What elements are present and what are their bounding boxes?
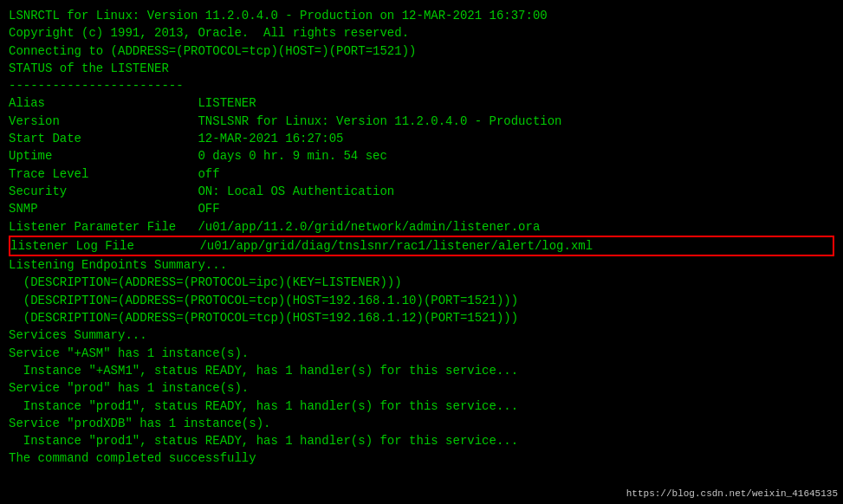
terminal-line: Connecting to (ADDRESS=(PROTOCOL=tcp)(HO… — [9, 42, 834, 60]
terminal-line: ------------------------ — [9, 77, 834, 94]
terminal-line: Copyright (c) 1991, 2013, Oracle. All ri… — [9, 24, 834, 42]
terminal-content: LSNRCTL for Linux: Version 11.2.0.4.0 - … — [9, 7, 834, 468]
terminal-line: LSNRCTL for Linux: Version 11.2.0.4.0 - … — [9, 7, 834, 24]
terminal-line: Security ON: Local OS Authentication — [9, 183, 834, 200]
terminal-line: Start Date 12-MAR-2021 16:27:05 — [9, 130, 834, 147]
terminal-line: Uptime 0 days 0 hr. 9 min. 54 sec — [9, 147, 834, 165]
terminal-line: Service "prod" has 1 instance(s). — [9, 379, 834, 397]
terminal-line: STATUS of the LISTENER — [9, 60, 834, 77]
terminal-line: Trace Level off — [9, 165, 834, 183]
terminal-line: Version TNSLSNR for Linux: Version 11.2.… — [9, 113, 834, 130]
terminal-line: (DESCRIPTION=(ADDRESS=(PROTOCOL=tcp)(HOS… — [9, 292, 834, 309]
watermark: https://blog.csdn.net/weixin_41645135 — [626, 488, 838, 499]
terminal-line: Service "prodXDB" has 1 instance(s). — [9, 415, 834, 432]
terminal-line: Listener Parameter File /u01/app/11.2.0/… — [9, 218, 834, 236]
terminal-line: SNMP OFF — [9, 200, 834, 217]
terminal-line: Instance "prod1", status READY, has 1 ha… — [9, 397, 834, 415]
terminal-line: (DESCRIPTION=(ADDRESS=(PROTOCOL=tcp)(HOS… — [9, 309, 834, 326]
terminal-line: Listening Endpoints Summary... — [9, 256, 834, 274]
terminal-line: Instance "+ASM1", status READY, has 1 ha… — [9, 362, 834, 379]
terminal-window: LSNRCTL for Linux: Version 11.2.0.4.0 - … — [0, 0, 843, 504]
terminal-line: listener Log File /u01/app/grid/diag/tns… — [9, 236, 834, 256]
terminal-line: The command completed successfully — [9, 449, 834, 467]
terminal-line: Instance "prod1", status READY, has 1 ha… — [9, 432, 834, 449]
terminal-line: Services Summary... — [9, 326, 834, 344]
terminal-line: Service "+ASM" has 1 instance(s). — [9, 345, 834, 362]
terminal-line: Alias LISTENER — [9, 94, 834, 112]
terminal-line: (DESCRIPTION=(ADDRESS=(PROTOCOL=ipc)(KEY… — [9, 274, 834, 291]
